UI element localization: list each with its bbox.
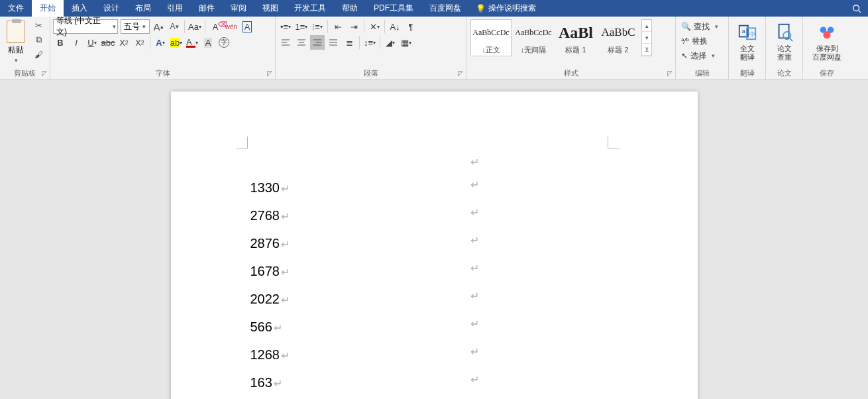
- tab-references[interactable]: 引用: [159, 0, 191, 17]
- paragraph-launcher[interactable]: ◸: [457, 70, 464, 78]
- paper-check-button[interactable]: 论文 查重: [769, 18, 800, 62]
- distributed-button[interactable]: ≣: [342, 35, 356, 50]
- align-center-button[interactable]: [294, 35, 309, 50]
- baidu-cloud-icon: [817, 22, 837, 42]
- grow-font-button[interactable]: A▴: [151, 19, 166, 34]
- translate-label: 翻译: [732, 68, 763, 79]
- tab-view[interactable]: 视图: [254, 0, 286, 17]
- group-styles: AaBbCcDc ↓正文 AaBbCcDc ↓无间隔 AaBl 标题 1 AaB…: [466, 17, 676, 79]
- lightbulb-icon: 💡: [476, 4, 486, 13]
- find-button[interactable]: 🔍查找▾: [678, 19, 721, 34]
- cut-button[interactable]: ✂: [30, 18, 46, 32]
- replace-icon: ᵃ⁄ᵇ: [681, 36, 689, 46]
- style-no-spacing[interactable]: AaBbCcDc ↓无间隔: [513, 19, 554, 56]
- font-size-combo[interactable]: 五号▾: [121, 19, 150, 34]
- align-right-button[interactable]: [310, 35, 325, 50]
- char-border-button[interactable]: A: [240, 19, 254, 34]
- gallery-down-icon[interactable]: ▾: [642, 32, 651, 44]
- borders-button[interactable]: ▦▾: [399, 35, 413, 50]
- justify-button[interactable]: [326, 35, 341, 50]
- document-body[interactable]: ↵ 1330↵↵ 2768↵↵ 2876↵↵ 1678↵↵ 2022↵↵ 566…: [250, 151, 618, 399]
- sort-button[interactable]: A↓: [388, 19, 402, 34]
- search-icon[interactable]: [845, 0, 868, 17]
- copy-button[interactable]: ⧉: [30, 32, 46, 47]
- text-effects-button[interactable]: A▾: [153, 35, 168, 50]
- document-canvas[interactable]: ↵ 1330↵↵ 2768↵↵ 2876↵↵ 1678↵↵ 2022↵↵ 566…: [0, 80, 868, 399]
- ribbon: 粘贴 ▾ ✂ ⧉ 🖌 剪贴板 ◸ 等线 (中文正文)▾ 五号▾ A▴ A▾ Aa…: [0, 17, 868, 80]
- tab-insert[interactable]: 插入: [64, 0, 95, 17]
- tab-review[interactable]: 审阅: [223, 0, 254, 17]
- underline-button[interactable]: U▾: [85, 35, 99, 50]
- subscript-button[interactable]: X2: [117, 35, 131, 50]
- bullets-button[interactable]: •≡▾: [278, 19, 293, 34]
- styles-gallery: AaBbCcDc ↓正文 AaBbCcDc ↓无间隔 AaBl 标题 1 AaB…: [469, 18, 640, 58]
- tab-developer[interactable]: 开发工具: [286, 0, 334, 17]
- font-color-button[interactable]: A▾: [185, 35, 199, 50]
- group-font: 等线 (中文正文)▾ 五号▾ A▴ A▾ Aa▾ A⌫ wén A B I U▾…: [50, 17, 276, 79]
- paste-button[interactable]: 粘贴 ▾: [3, 18, 29, 64]
- cursor-icon: ↖: [681, 51, 688, 60]
- text-value: 163: [250, 375, 272, 390]
- tab-mailings[interactable]: 邮件: [191, 0, 223, 17]
- text-value: 1678: [250, 264, 280, 278]
- gallery-up-icon[interactable]: ▴: [642, 20, 651, 32]
- margin-corner-top-right: [608, 137, 620, 148]
- paper-label: 论文: [769, 68, 800, 79]
- document-search-icon: [775, 22, 794, 42]
- multilevel-button[interactable]: ⁝≡▾: [310, 19, 325, 34]
- increase-indent-button[interactable]: ⇥: [347, 19, 361, 34]
- highlight-button[interactable]: ab▾: [169, 35, 184, 50]
- gallery-more-icon[interactable]: ⊻: [642, 44, 651, 56]
- translate-button[interactable]: a中 全文 翻译: [732, 18, 763, 62]
- show-marks-button[interactable]: ¶: [404, 19, 418, 34]
- editing-label: 编辑: [678, 68, 726, 79]
- shading-button[interactable]: ◢▾: [383, 35, 398, 50]
- tab-design[interactable]: 设计: [95, 0, 127, 17]
- char-shading-button[interactable]: A: [201, 35, 215, 50]
- replace-button[interactable]: ᵃ⁄ᵇ替换: [678, 34, 710, 48]
- numbering-button[interactable]: 1≡▾: [294, 19, 309, 34]
- tell-me[interactable]: 💡 操作说明搜索: [469, 0, 543, 17]
- font-name-combo[interactable]: 等线 (中文正文)▾: [53, 19, 118, 34]
- styles-launcher[interactable]: ◸: [666, 70, 674, 78]
- group-paper: 论文 查重 论文: [766, 17, 803, 79]
- style-heading1[interactable]: AaBl 标题 1: [555, 19, 596, 56]
- bold-button[interactable]: B: [53, 35, 68, 50]
- group-paragraph: •≡▾ 1≡▾ ⁝≡▾ ⇤ ⇥ ✕▾ A↓ ¶ ≣ ↕≡▾: [276, 17, 466, 79]
- font-launcher[interactable]: ◸: [266, 70, 274, 78]
- text-value: 2022: [250, 292, 280, 306]
- select-button[interactable]: ↖选择▾: [678, 48, 718, 63]
- line-spacing-button[interactable]: ↕≡▾: [362, 35, 377, 50]
- superscript-button[interactable]: X2: [133, 35, 147, 50]
- tab-help[interactable]: 帮助: [334, 0, 366, 17]
- style-heading2[interactable]: AaBbC 标题 2: [598, 19, 639, 56]
- svg-line-1: [859, 10, 861, 13]
- enclose-char-button[interactable]: 字: [217, 35, 231, 50]
- decrease-indent-button[interactable]: ⇤: [331, 19, 345, 34]
- align-left-button[interactable]: [278, 35, 293, 50]
- change-case-button[interactable]: Aa▾: [188, 19, 202, 34]
- tab-file[interactable]: 文件: [0, 0, 32, 17]
- save-baidu-button[interactable]: 保存到 百度网盘: [806, 18, 848, 62]
- asian-layout-button[interactable]: ✕▾: [367, 19, 382, 34]
- text-value: 1330: [250, 180, 280, 195]
- tab-layout[interactable]: 布局: [127, 0, 159, 17]
- margin-corner-top-left: [236, 137, 248, 148]
- format-painter-button[interactable]: 🖌: [30, 47, 46, 62]
- clipboard-launcher[interactable]: ◸: [40, 70, 48, 78]
- save-label: 保存: [806, 68, 848, 79]
- styles-gallery-scroll[interactable]: ▴ ▾ ⊻: [641, 19, 652, 56]
- clear-format-button[interactable]: A⌫: [208, 19, 223, 34]
- group-translate: a中 全文 翻译 翻译: [729, 17, 766, 79]
- strikethrough-button[interactable]: abc: [101, 35, 115, 50]
- page[interactable]: ↵ 1330↵↵ 2768↵↵ 2876↵↵ 1678↵↵ 2022↵↵ 566…: [171, 91, 698, 399]
- tab-baidu[interactable]: 百度网盘: [421, 0, 469, 17]
- style-normal[interactable]: AaBbCcDc ↓正文: [470, 19, 512, 56]
- text-value: 2876: [250, 236, 280, 251]
- italic-button[interactable]: I: [69, 35, 83, 50]
- shrink-font-button[interactable]: A▾: [167, 19, 182, 34]
- svg-text:a: a: [741, 28, 745, 34]
- text-value: 566: [250, 319, 272, 334]
- tab-home[interactable]: 开始: [32, 0, 64, 17]
- tab-pdf[interactable]: PDF工具集: [366, 0, 421, 17]
